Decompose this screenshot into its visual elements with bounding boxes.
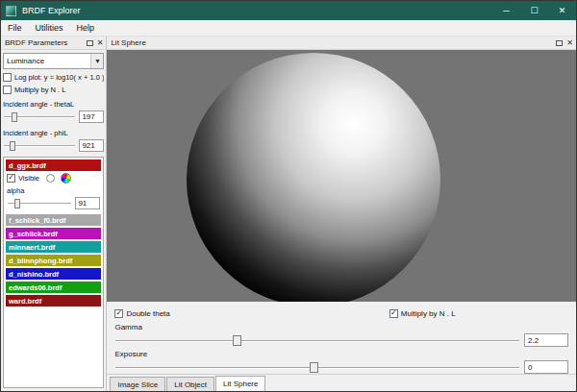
gamma-slider-row: 2.2 xyxy=(114,333,568,347)
brdf-item[interactable]: f_schlick_f0.brdf xyxy=(6,214,101,226)
multiply-nl-checkbox[interactable] xyxy=(389,309,398,318)
menubar: File Utilities Help xyxy=(1,20,576,37)
menu-help[interactable]: Help xyxy=(70,20,102,36)
view-tabbar: Image Slice Lit Object Lit Sphere xyxy=(107,374,576,391)
theta-value[interactable]: 197 xyxy=(79,110,104,123)
log-plot-checkbox[interactable] xyxy=(3,73,12,82)
gamma-slider[interactable] xyxy=(114,334,520,347)
multiply-nl-row: Multiply by N . L xyxy=(3,86,104,94)
main-content: BRDF Parameters ✕ Luminance ▼ Log plot: … xyxy=(1,37,576,391)
multiply-nl-row: Multiply by N . L xyxy=(389,309,456,318)
viewport-controls: Double theta Multiply by N . L Gamma 2.2… xyxy=(107,302,576,374)
menu-utilities[interactable]: Utilities xyxy=(29,20,70,36)
maximize-icon[interactable]: ☐ xyxy=(520,1,548,20)
color-wheel-icon[interactable] xyxy=(61,173,71,184)
brdf-item[interactable]: edwards06.brdf xyxy=(6,282,101,293)
minimize-icon[interactable]: ─ xyxy=(492,1,520,20)
panel-title: Lit Sphere xyxy=(111,38,145,47)
brdf-item[interactable]: d_blinnphong.brdf xyxy=(6,255,101,266)
phi-slider[interactable] xyxy=(3,140,76,152)
alpha-label: alpha xyxy=(7,186,100,195)
double-theta-label: Double theta xyxy=(126,309,169,318)
gamma-label: Gamma xyxy=(114,323,568,333)
app-icon xyxy=(6,6,16,16)
double-theta-checkbox[interactable] xyxy=(114,309,123,318)
brdf-item-selected[interactable]: d_ggx.brdf xyxy=(6,159,101,171)
brdf-item[interactable]: d_nishino.brdf xyxy=(6,268,101,280)
phi-value[interactable]: 921 xyxy=(79,139,104,152)
brdf-parameters-panel: BRDF Parameters ✕ Luminance ▼ Log plot: … xyxy=(1,37,107,391)
visible-checkbox[interactable] xyxy=(7,174,15,183)
tab-image-slice[interactable]: Image Slice xyxy=(110,377,165,391)
gamma-value[interactable]: 2.2 xyxy=(524,333,568,347)
float-panel-icon[interactable] xyxy=(556,40,563,46)
alpha-slider[interactable] xyxy=(7,198,72,209)
log-plot-label: Log plot: y = log10( x + 1.0 ) xyxy=(14,73,104,82)
channel-dropdown[interactable]: Luminance ▼ xyxy=(3,53,104,69)
brdf-item[interactable]: minnaert.brdf xyxy=(6,241,101,253)
exposure-value[interactable]: 0 xyxy=(524,360,568,374)
window-controls: ─ ☐ ✕ xyxy=(492,1,576,20)
window-title: BRDF Explorer xyxy=(22,6,81,15)
multiply-nl-checkbox[interactable] xyxy=(3,86,12,94)
titlebar[interactable]: BRDF Explorer ─ ☐ ✕ xyxy=(1,1,576,20)
brdf-parameters-titlebar[interactable]: BRDF Parameters ✕ xyxy=(1,37,106,50)
theta-label: Incident angle - thetaL xyxy=(3,100,104,109)
brdf-item[interactable]: g_schlick.brdf xyxy=(6,228,101,239)
phi-label: Incident angle - phiL xyxy=(3,129,104,137)
panel-title: BRDF Parameters xyxy=(5,38,67,47)
exposure-label: Exposure xyxy=(114,350,568,360)
menu-file[interactable]: File xyxy=(1,20,29,36)
solo-ring-icon[interactable] xyxy=(46,174,55,183)
lit-sphere-render xyxy=(187,53,440,302)
close-icon[interactable]: ✕ xyxy=(548,1,576,20)
theta-slider[interactable] xyxy=(3,111,76,123)
phi-slider-row: 921 xyxy=(3,139,104,152)
brdf-list: d_ggx.brdf Visible alpha xyxy=(3,157,104,388)
channel-dropdown-value: Luminance xyxy=(7,57,44,65)
render-viewport[interactable] xyxy=(107,50,576,302)
viewport-checkboxes: Double theta Multiply by N . L xyxy=(114,306,568,320)
close-panel-icon[interactable]: ✕ xyxy=(566,39,573,47)
multiply-nl-label: Multiply by N . L xyxy=(401,309,456,318)
double-theta-row: Double theta xyxy=(114,309,169,318)
chevron-down-icon: ▼ xyxy=(90,54,103,68)
brdf-parameters-body: Luminance ▼ Log plot: y = log10( x + 1.0… xyxy=(1,50,106,391)
alpha-value[interactable]: 91 xyxy=(75,197,100,209)
log-plot-row: Log plot: y = log10( x + 1.0 ) xyxy=(3,73,104,82)
tab-lit-object[interactable]: Lit Object xyxy=(166,377,214,391)
brdf-selected-controls: Visible alpha 91 xyxy=(4,171,103,212)
theta-slider-row: 197 xyxy=(3,110,104,123)
exposure-slider[interactable] xyxy=(114,361,520,374)
exposure-slider-row: 0 xyxy=(114,360,568,374)
brdf-item[interactable]: ward.brdf xyxy=(6,295,101,306)
close-panel-icon[interactable]: ✕ xyxy=(97,39,104,47)
float-panel-icon[interactable] xyxy=(87,40,93,46)
lit-sphere-titlebar[interactable]: Lit Sphere ✕ xyxy=(107,37,576,50)
visible-label: Visible xyxy=(18,174,39,183)
lit-sphere-panel: Lit Sphere ✕ Double theta Multiply by N … xyxy=(107,37,576,391)
multiply-nl-label: Multiply by N . L xyxy=(14,86,65,94)
visible-row: Visible xyxy=(7,173,100,184)
tab-lit-sphere[interactable]: Lit Sphere xyxy=(215,376,265,392)
app-window: BRDF Explorer ─ ☐ ✕ File Utilities Help … xyxy=(0,0,577,392)
alpha-slider-row: 91 xyxy=(7,197,100,209)
